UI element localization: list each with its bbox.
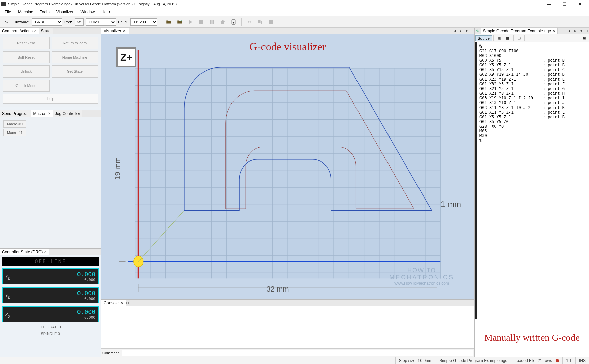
feed-rate-label: FEED RATE 0 — [0, 324, 101, 330]
check-mode-button[interactable]: Check Mode — [3, 80, 50, 92]
close-icon[interactable]: ✕ — [120, 301, 123, 305]
tab-state[interactable]: State — [39, 28, 53, 34]
visualizer-overlay-title: G-code visualizer — [250, 40, 326, 53]
pendant-icon[interactable] — [229, 18, 238, 26]
tab-nav-next-icon[interactable]: ► — [458, 29, 464, 33]
tab-maximize-icon[interactable]: □ — [126, 301, 129, 305]
panel-minimize-button[interactable]: — — [93, 250, 101, 254]
editor-expand-button[interactable]: ⊞ — [581, 35, 588, 41]
stop-icon[interactable] — [197, 18, 206, 26]
tab-macros[interactable]: Macros✕ — [31, 110, 53, 117]
play-icon[interactable] — [186, 18, 195, 26]
dro-dash: -- — [0, 337, 101, 344]
console-output[interactable] — [101, 306, 474, 348]
get-state-button[interactable]: Get State — [52, 65, 98, 78]
macro-1-button[interactable]: Macro #1 — [3, 129, 26, 136]
pause-icon[interactable] — [208, 18, 216, 26]
tab-nav-prev-icon[interactable]: ◄ — [566, 29, 572, 33]
tab-send-progress[interactable]: Send Progre… — [0, 110, 31, 117]
close-icon[interactable]: ✕ — [34, 29, 37, 33]
dro-x-row[interactable]: X0 0.0000.000 — [2, 268, 99, 284]
save-file-icon[interactable] — [175, 18, 184, 26]
dimension-x-label: 32 mm — [135, 282, 421, 296]
tab-common-actions[interactable]: Common Actions✕ — [0, 28, 39, 34]
reset-zero-button[interactable]: Reset Zero — [3, 37, 50, 49]
axis-unit-label: 1 mm — [441, 200, 461, 209]
status-dot-icon — [556, 359, 559, 362]
window-maximize-button[interactable]: ☐ — [557, 0, 572, 8]
tab-console[interactable]: Console✕ — [101, 300, 126, 306]
svg-rect-7 — [269, 20, 273, 24]
baud-select[interactable]: 115200 — [130, 18, 157, 26]
source-view-button[interactable]: Source — [475, 35, 492, 41]
firmware-select[interactable]: GRBL — [32, 18, 62, 26]
close-icon[interactable]: ✕ — [44, 250, 47, 254]
status-loaded-rows: Loaded File: 21 rows — [511, 357, 563, 364]
command-label: Command: — [102, 351, 121, 355]
visualizer-svg — [101, 34, 474, 299]
editor-btn-3[interactable]: ▢ — [515, 35, 523, 41]
paste-icon[interactable] — [267, 18, 275, 26]
menu-tools[interactable]: Tools — [37, 10, 53, 14]
gcode-editor[interactable]: % G21 G17 G90 F100 M03 S1000 G00 X5 Y5 ;… — [475, 42, 589, 319]
command-input[interactable] — [122, 350, 473, 356]
status-step-size: Step size: 10.0mm — [395, 357, 436, 364]
menu-bar: File Machine Tools Visualizer Window Hel… — [0, 8, 589, 16]
svg-rect-1 — [210, 20, 212, 24]
z-plus-button[interactable]: Z+ — [116, 47, 136, 67]
return-to-zero-button[interactable]: Return to Zero — [52, 37, 98, 49]
unlock-button[interactable]: Unlock — [3, 65, 50, 78]
home-machine-button[interactable]: Home Machine — [52, 51, 98, 63]
close-icon[interactable]: ✕ — [552, 29, 555, 33]
spindle-label: SPINDLE 0 — [0, 330, 101, 337]
menu-visualizer[interactable]: Visualizer — [53, 10, 77, 14]
tab-gcode-file[interactable]: Simple G-code Program Example.ngc✕ — [481, 28, 558, 34]
dro-z-row[interactable]: Z0 0.0000.000 — [2, 306, 99, 322]
macro-0-button[interactable]: Macro #0 — [3, 120, 26, 128]
tab-jog-controller[interactable]: Jog Controller — [53, 110, 83, 117]
tab-maximize-icon[interactable]: □ — [470, 29, 474, 33]
connect-icon[interactable] — [2, 18, 11, 26]
window-minimize-button[interactable]: — — [541, 0, 557, 8]
dro-y-row[interactable]: Y0 0.0000.000 — [2, 287, 99, 303]
editor-btn-2[interactable]: ▦ — [504, 35, 512, 41]
window-close-button[interactable]: ✕ — [572, 0, 588, 8]
open-file-icon[interactable] — [164, 18, 173, 26]
close-icon[interactable]: ✕ — [48, 112, 51, 115]
app-icon — [1, 2, 6, 6]
firmware-label: Firmware: — [13, 20, 29, 24]
soft-reset-button[interactable]: Soft Reset — [3, 51, 50, 63]
svg-rect-2 — [212, 20, 214, 24]
port-select[interactable]: COM1 — [86, 18, 116, 26]
home-icon[interactable] — [218, 18, 227, 26]
menu-file[interactable]: File — [1, 10, 14, 14]
cut-icon[interactable]: ✂ — [245, 18, 254, 26]
main-toolbar: Firmware: GRBL Port: ⟳ COM1 Baud: 115200… — [0, 16, 589, 28]
watermark: HOW TO MECHATRONICS www.HowToMechatronic… — [389, 267, 454, 286]
help-button[interactable]: Help — [3, 94, 98, 104]
menu-window[interactable]: Window — [77, 10, 98, 14]
menu-machine[interactable]: Machine — [14, 10, 36, 14]
menu-help[interactable]: Help — [98, 10, 113, 14]
close-icon[interactable]: ✕ — [123, 29, 126, 33]
window-title: Simple G-code Program Example.ngc - Univ… — [8, 2, 541, 6]
status-cursor-pos: 1:1 — [562, 357, 575, 364]
tab-dropdown-icon[interactable]: ▼ — [464, 29, 470, 33]
port-label: Port: — [64, 20, 72, 24]
tab-controller-state-dro[interactable]: Controller State (DRO)✕ — [0, 249, 49, 255]
tab-nav-next-icon[interactable]: ► — [572, 29, 578, 33]
tab-visualizer[interactable]: Visualizer✕ — [101, 28, 129, 34]
dimension-y-label: 19 mm — [113, 157, 122, 180]
port-refresh-button[interactable]: ⟳ — [75, 18, 84, 26]
visualizer-canvas[interactable]: G-code visualizer Z+ 19 mm 32 mm 1 mm HO… — [101, 34, 474, 299]
panel-minimize-button[interactable]: — — [93, 29, 101, 33]
editor-btn-1[interactable]: ▦ — [495, 35, 503, 41]
copy-icon[interactable] — [256, 18, 265, 26]
panel-minimize-button[interactable]: — — [93, 111, 101, 116]
status-file-name: Simple G-code Program Example.ngc — [436, 357, 510, 364]
tab-dropdown-icon[interactable]: ▼ — [578, 29, 584, 33]
tab-maximize-icon[interactable]: □ — [584, 29, 589, 33]
tab-nav-prev-icon[interactable]: ◄ — [452, 29, 458, 33]
baud-label: Baud: — [118, 20, 128, 24]
status-insert-mode: INS — [575, 357, 589, 364]
